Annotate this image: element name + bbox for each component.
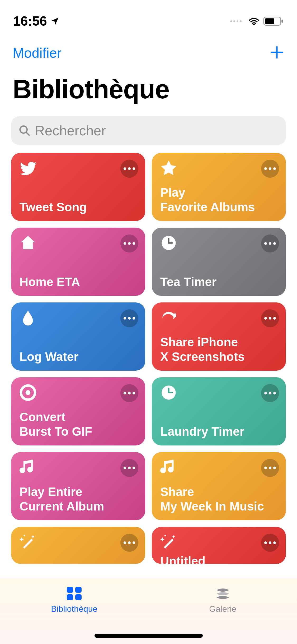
home-indicator[interactable] [95,634,203,638]
search-container: Rechercher [11,116,286,145]
home-icon [20,234,36,251]
library-tab-icon [66,586,83,601]
wand-icon [20,534,36,551]
drop-icon [20,309,36,326]
search-input[interactable]: Rechercher [11,116,286,145]
battery-icon [263,16,284,26]
clock-icon [160,384,177,401]
music-icon [20,459,36,476]
status-right [230,16,284,26]
wand-icon [160,534,177,551]
shortcut-card[interactable]: Log Water [11,302,145,371]
shortcut-card[interactable] [11,527,145,564]
more-button[interactable] [120,309,138,327]
shortcut-title: Log Water [20,349,137,364]
target-icon [20,384,36,401]
more-button[interactable] [261,459,279,477]
shortcut-card[interactable]: Share My Week In Music [152,452,286,520]
shortcut-title: Untitled [160,554,205,564]
shortcut-title: Convert Burst To GIF [20,410,137,439]
nav-bar: Modifier [0,34,297,61]
shortcut-card[interactable]: Tweet Song [11,153,145,221]
tab-bar: Bibliothèque Galerie [0,578,297,644]
more-button[interactable] [261,534,279,552]
shortcut-title: Share My Week In Music [160,485,277,513]
svg-line-8 [26,132,29,135]
svg-rect-11 [67,594,73,600]
shortcut-card[interactable]: Tea Timer [152,228,286,296]
plus-icon [270,45,284,60]
shortcut-card[interactable]: Play Favorite Albums [152,153,286,221]
twitter-icon [20,160,36,177]
svg-rect-5 [265,18,274,24]
search-icon [18,125,31,137]
status-bar: 16:56 [0,0,297,34]
svg-rect-6 [281,20,283,23]
star-icon [160,160,177,177]
more-button[interactable] [120,459,138,477]
time-text: 16:56 [13,13,47,29]
cellular-dots-icon [230,20,242,22]
more-button[interactable] [120,160,138,178]
more-button[interactable] [261,234,279,252]
shortcut-card[interactable]: Share iPhone X Screenshots [152,302,286,371]
location-icon [50,16,60,26]
shortcut-card[interactable]: Home ETA [11,228,145,296]
shortcut-title: Play Entire Current Album [20,485,137,513]
add-button[interactable] [270,45,284,61]
more-button[interactable] [120,534,138,552]
share-icon [160,309,177,326]
more-button[interactable] [120,234,138,252]
shortcut-title: Laundry Timer [160,424,277,439]
shortcut-card[interactable]: Convert Burst To GIF [11,377,145,445]
svg-rect-9 [67,587,73,593]
shortcuts-grid: Tweet SongPlay Favorite AlbumsHome ETATe… [0,153,297,564]
shortcut-card[interactable]: Play Entire Current Album [11,452,145,520]
more-button[interactable] [261,384,279,402]
svg-rect-10 [75,587,82,593]
status-time: 16:56 [13,13,60,29]
gallery-tab-icon [214,586,231,601]
edit-button[interactable]: Modifier [13,45,62,61]
shortcut-card[interactable]: Laundry Timer [152,377,286,445]
page-title: Bibliothèque [0,61,297,111]
shortcut-title: Home ETA [20,275,137,289]
music-icon [160,459,177,476]
shortcut-title: Share iPhone X Screenshots [160,335,277,364]
search-placeholder: Rechercher [35,123,106,139]
shortcut-title: Tea Timer [160,275,277,289]
shortcut-card[interactable]: Untitled [152,527,286,564]
tab-gallery-label: Galerie [209,604,236,614]
shortcut-title: Play Favorite Albums [160,185,277,214]
more-button[interactable] [261,309,279,327]
shortcut-title: Tweet Song [20,200,137,214]
svg-rect-12 [75,594,82,600]
wifi-icon [247,16,261,26]
clock-icon [160,234,177,251]
tab-library-label: Bibliothèque [51,604,97,614]
more-button[interactable] [120,384,138,402]
more-button[interactable] [261,160,279,178]
